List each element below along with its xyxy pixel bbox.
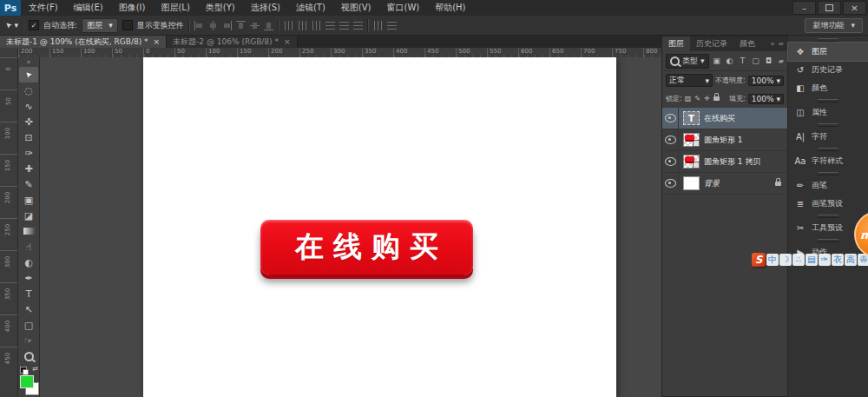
- align-top-icon[interactable]: [236, 21, 246, 30]
- tab-color[interactable]: 颜色: [733, 36, 761, 51]
- brush-tool[interactable]: ✎: [19, 176, 38, 192]
- dock-item-character[interactable]: A| 字符: [788, 128, 868, 146]
- dock-item-brush[interactable]: ✏ 画笔: [788, 176, 868, 195]
- default-colors-icon[interactable]: [20, 367, 27, 374]
- align-left-icon[interactable]: [194, 21, 204, 30]
- menu-edit[interactable]: 编辑(E): [66, 0, 111, 16]
- dock-item-character-styles[interactable]: Aa 字符样式: [788, 152, 868, 170]
- tab-layers[interactable]: 图层: [662, 36, 690, 51]
- crop-tool[interactable]: ⊡: [19, 129, 38, 145]
- healing-brush-tool[interactable]: ✚: [19, 161, 38, 176]
- close-button[interactable]: ✕: [843, 1, 866, 15]
- smudge-tool[interactable]: ☝: [19, 239, 38, 255]
- opacity-dropdown[interactable]: 100% ▾: [748, 76, 784, 86]
- visibility-toggle[interactable]: [662, 151, 679, 172]
- menu-view[interactable]: 视图(V): [333, 0, 379, 16]
- text-layer-thumbnail[interactable]: T: [683, 111, 700, 125]
- marquee-tool[interactable]: ◌: [19, 83, 38, 98]
- align-center-horizontal-icon[interactable]: [208, 21, 218, 30]
- menu-type[interactable]: 类型(Y): [198, 0, 243, 16]
- shape-layer-thumbnail[interactable]: [683, 155, 700, 169]
- show-transform-checkbox[interactable]: [122, 20, 133, 30]
- filter-toggle-icon[interactable]: ▰: [779, 57, 784, 65]
- visibility-toggle[interactable]: [662, 108, 679, 129]
- close-tab-icon[interactable]: ×: [154, 36, 161, 48]
- distribute-left-icon[interactable]: [284, 21, 293, 30]
- eraser-tool[interactable]: ◪: [19, 208, 38, 223]
- visibility-toggle[interactable]: [662, 173, 679, 194]
- lock-position-icon[interactable]: ✛: [704, 95, 710, 103]
- dodge-tool[interactable]: ◐: [19, 255, 38, 270]
- lock-all-icon[interactable]: [713, 96, 720, 101]
- dock-grip[interactable]: [788, 213, 868, 219]
- path-selection-tool[interactable]: ↖: [19, 301, 38, 317]
- vertical-ruler[interactable]: 0 50 100 150 200 250 300 350 400 450: [0, 57, 18, 397]
- workspace-switcher[interactable]: 新增功能 ▾: [805, 18, 863, 33]
- collapse-panel-icon[interactable]: »: [770, 40, 774, 48]
- dock-grip[interactable]: [788, 146, 868, 152]
- dock-grip[interactable]: [788, 36, 868, 43]
- menu-file[interactable]: 文件(F): [21, 0, 66, 16]
- quick-selection-tool[interactable]: ✜: [19, 114, 38, 129]
- hand-tool[interactable]: ☞: [19, 333, 38, 348]
- tool-preset-picker[interactable]: ➤ ▾: [5, 21, 18, 30]
- minimize-button[interactable]: –: [792, 1, 816, 15]
- layer-row-text[interactable]: T 在线购买: [662, 108, 787, 129]
- distribute-spacing-horizontal-icon[interactable]: [373, 21, 383, 30]
- distribute-top-icon[interactable]: [326, 21, 335, 30]
- menu-filter[interactable]: 滤镜(T): [288, 0, 333, 16]
- type-tool[interactable]: T: [19, 286, 38, 301]
- collapse-panel-icon[interactable]: »: [27, 58, 31, 67]
- panel-menu-icon[interactable]: ≡: [778, 40, 784, 48]
- foreground-color-swatch[interactable]: [20, 375, 34, 388]
- canvas[interactable]: 在线购买: [143, 57, 616, 397]
- dock-grip[interactable]: [788, 97, 868, 103]
- align-bottom-icon[interactable]: [264, 21, 273, 30]
- shape-tool[interactable]: ▢: [19, 317, 38, 333]
- clone-stamp-tool[interactable]: ▣: [19, 192, 38, 208]
- dock-item-properties[interactable]: ◫ 属性: [788, 103, 868, 122]
- menu-layer[interactable]: 图层(L): [153, 0, 197, 16]
- layer-row-shape[interactable]: 圆角矩形 1: [662, 129, 787, 151]
- restore-button[interactable]: [818, 1, 841, 15]
- filter-smart-object-icon[interactable]: ◘: [764, 56, 774, 65]
- dock-item-color[interactable]: ◧ 颜色: [788, 79, 868, 97]
- fill-dropdown[interactable]: 100% ▾: [748, 94, 784, 104]
- dock-item-history[interactable]: ↺ 历史记录: [788, 61, 868, 79]
- visibility-toggle[interactable]: [662, 129, 679, 150]
- menu-select[interactable]: 选择(S): [243, 0, 288, 16]
- dock-item-layers[interactable]: ❖ 图层: [788, 43, 868, 61]
- distribute-bottom-icon[interactable]: [353, 21, 363, 30]
- filter-pixel-layers-icon[interactable]: ▣: [712, 56, 722, 65]
- gradient-tool[interactable]: [19, 223, 38, 239]
- eyedropper-tool[interactable]: ✑: [19, 145, 38, 161]
- close-tab-icon[interactable]: ×: [284, 36, 291, 48]
- distribute-center-horizontal-icon[interactable]: [298, 21, 307, 30]
- shape-layer-thumbnail[interactable]: [683, 133, 700, 147]
- align-right-icon[interactable]: [222, 21, 232, 30]
- lock-image-pixels-icon[interactable]: ✎: [694, 95, 700, 103]
- blend-mode-dropdown[interactable]: 正常 ▾: [666, 74, 713, 87]
- filter-type-layers-icon[interactable]: T: [738, 56, 748, 65]
- layer-filter-dropdown[interactable]: 类型 ▾: [666, 54, 709, 69]
- align-center-vertical-icon[interactable]: [250, 21, 260, 30]
- document-tab-2[interactable]: 未标题-2 @ 106% (RGB/8) * ×: [167, 36, 297, 48]
- dock-item-brush-presets[interactable]: ≣ 画笔预设: [788, 195, 868, 213]
- filter-adjustment-layers-icon[interactable]: ◐: [725, 56, 735, 65]
- lock-transparent-pixels-icon[interactable]: ▨: [685, 95, 692, 103]
- tab-history[interactable]: 历史记录: [690, 36, 733, 51]
- move-tool[interactable]: ➤: [19, 67, 38, 83]
- menu-help[interactable]: 帮助(H): [427, 0, 473, 16]
- dock-grip[interactable]: [788, 122, 868, 128]
- menu-window[interactable]: 窗口(W): [378, 0, 427, 16]
- distribute-center-vertical-icon[interactable]: [339, 21, 349, 30]
- layer-row-shape-copy[interactable]: 圆角矩形 1 拷贝: [662, 151, 787, 173]
- menu-image[interactable]: 图像(I): [111, 0, 154, 16]
- background-layer-thumbnail[interactable]: [683, 176, 700, 190]
- auto-select-target-dropdown[interactable]: 图层 ▾: [82, 18, 118, 33]
- layer-row-background[interactable]: 背景: [662, 173, 787, 195]
- document-tab-1[interactable]: 未标题-1 @ 109% (在线购买, RGB/8) * ×: [0, 36, 167, 48]
- distribute-right-icon[interactable]: [312, 21, 321, 30]
- swap-colors-icon[interactable]: ⇄: [32, 365, 38, 373]
- pen-tool[interactable]: ✒: [19, 270, 38, 286]
